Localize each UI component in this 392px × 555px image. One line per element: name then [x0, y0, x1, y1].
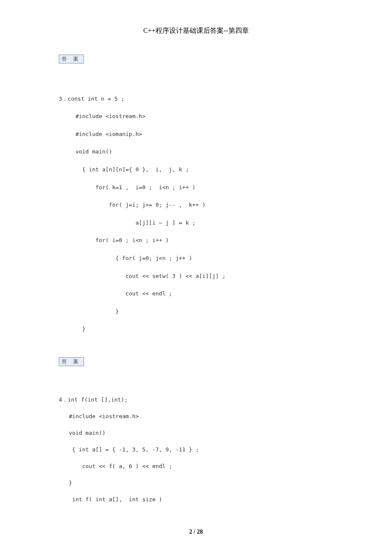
code-line: void main()	[59, 148, 112, 155]
code-line: cout << setw( 3 ) << a[i][j] ;	[59, 273, 225, 279]
code-block-1: 3．const int n = 5 ; #include <iostream.h…	[59, 72, 333, 338]
answer-badge-1: 答 案	[59, 55, 84, 64]
code-line: void main()	[59, 430, 106, 436]
code-line: { for( j=0; j<n ; j++ )	[59, 255, 192, 261]
code-line: 3．const int n = 5 ;	[59, 95, 124, 102]
code-line: }	[59, 308, 119, 315]
code-line: #include <iostream.h>	[59, 113, 146, 119]
code-line: #include <iostream.h>	[59, 413, 139, 419]
code-line: for( i=0 ; i<n ; i++ )	[59, 237, 169, 243]
code-line: for( k=1 , i=0 ; i<n ; i++ )	[59, 184, 196, 191]
code-line: { int a[n][n]={ 0 }, i, j, k ;	[59, 166, 189, 173]
code-line: int f( int a[], int size )	[59, 496, 162, 503]
answer-badge-2: 答 案	[59, 357, 84, 366]
code-line: 4．int f(int [],int);	[59, 396, 128, 403]
content-area: 答 案 3．const int n = 5 ; #include <iostre…	[0, 35, 392, 508]
code-line: { int a[] = { -1, 3, 5, -7, 9, -11 } ;	[59, 446, 199, 453]
page-title: C++程序设计基础课后答案--第四章	[0, 0, 392, 35]
code-line: cout << endl ;	[59, 290, 172, 297]
code-line: for( j=i; j>= 0; j-- , k++ )	[59, 202, 205, 208]
code-line: cout << f( a, 6 ) << endl ;	[59, 463, 172, 469]
code-line: a[j][i – j ] = k ;	[59, 220, 196, 226]
code-line: #include <iomanip.h>	[59, 131, 142, 137]
page-footer: 2 / 28	[0, 529, 392, 535]
code-line: }	[59, 326, 86, 332]
code-line: }	[59, 480, 72, 486]
code-block-2: 4．int f(int [],int); #include <iostream.…	[59, 375, 333, 508]
